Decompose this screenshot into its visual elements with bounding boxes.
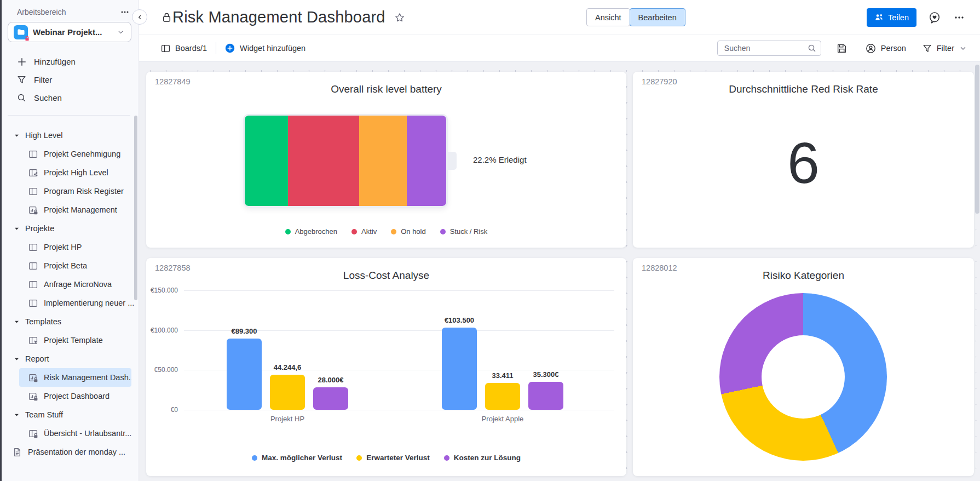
dashboard-toolbar: Boards/1 Widget hinzufügen (139, 35, 980, 62)
search-icon (808, 44, 816, 53)
sidebar-item-implementierung-neuer[interactable]: Implementierung neuer ... (0, 294, 139, 312)
main-scrollbar-thumb[interactable] (975, 65, 979, 214)
tree-label: Report (25, 354, 49, 363)
widget-title: Durchschnittliche Red Risk Rate (633, 83, 974, 95)
boards-count-label: Boards/1 (175, 44, 207, 53)
search-input[interactable] (723, 43, 808, 53)
favorite-star-icon[interactable] (394, 12, 405, 23)
widget-battery-card[interactable]: 12827849 Overall risk level battery 22.2… (146, 72, 626, 248)
sidebar-action-hinzufügen[interactable]: Hinzufügen (0, 53, 139, 71)
tree-label: High Level (25, 131, 63, 140)
save-icon[interactable] (837, 43, 847, 54)
legend-color-dot (391, 229, 396, 234)
tree-label: Präsentation der monday ... (28, 448, 125, 456)
sidebar-scrollbar-thumb[interactable] (134, 116, 137, 300)
view-button[interactable]: Ansicht (586, 8, 630, 26)
tree-label: Project Dashboard (44, 392, 109, 400)
sidebar-collapse-button[interactable] (132, 9, 147, 25)
workspace-header: Arbeitsbereich (17, 7, 130, 18)
bar-kosten-zur-lösung-projekt-apple (528, 382, 563, 410)
battery-segment-abgebrochen (245, 116, 288, 206)
person-filter-button[interactable]: Person (866, 43, 906, 54)
tree-label: Projekt High Level (44, 168, 108, 177)
y-axis-tick-label: €150.000 (146, 287, 178, 294)
x-axis-category-label: Projekt HP (244, 415, 331, 423)
bar-value-label: €89.300 (214, 327, 274, 335)
sidebar-item-projekt-management[interactable]: Projekt Management (0, 201, 139, 219)
widget-number-card[interactable]: 12827920 Durchschnittliche Red Risk Rate… (633, 72, 974, 248)
workspace-menu-dots-icon[interactable] (119, 7, 130, 18)
legend-item-erwarteter-verlust: Erwarteter Verlust (356, 454, 430, 462)
widget-donut-card[interactable]: 12828012 Risiko Kategorien (633, 258, 974, 476)
workspace-name: Webinar Projekt... (33, 27, 111, 37)
sidebar-item-projekt-beta[interactable]: Projekt Beta (0, 256, 139, 275)
sidebar-item-program-risk-register[interactable]: Program Risk Register (0, 182, 139, 201)
bar-erwarteter-verlust-projekt-hp (270, 375, 305, 410)
sidebar-item-präsentation-der-monday[interactable]: Präsentation der monday ... (0, 443, 139, 461)
sidebar-item-risk-management-dash[interactable]: Risk Management Dash... (19, 368, 131, 387)
legend-color-dot (351, 229, 357, 234)
y-axis-tick-label: €50.000 (146, 366, 178, 374)
widget-title: Risiko Kategorien (633, 270, 974, 282)
edit-button[interactable]: Bearbeiten (630, 8, 685, 26)
sidebar-item-project-dashboard[interactable]: Project Dashboard (0, 387, 139, 405)
tree-label: Projekt Template (44, 336, 103, 345)
legend-color-dot (440, 229, 446, 234)
add-widget-plus-icon (225, 43, 235, 53)
tree-label: Team Stuff (25, 410, 63, 419)
legend-label: Stuck / Risk (450, 227, 488, 236)
sidebar-section-projekte[interactable]: Projekte (0, 219, 139, 238)
sidebar-action-suchen[interactable]: Suchen (0, 89, 139, 107)
y-axis-tick-label: €0 (146, 406, 178, 414)
workspace-folder-icon (14, 25, 28, 39)
board-icon (28, 187, 38, 196)
sidebar-item-übersicht-urlaubsantr[interactable]: Übersicht - Urlaubsantr... (0, 424, 139, 443)
legend-item-stuck-risk: Stuck / Risk (440, 227, 488, 236)
legend-label: On hold (401, 227, 426, 236)
sidebar-item-projekt-hp[interactable]: Projekt HP (0, 238, 139, 256)
feedback-heart-icon[interactable] (927, 10, 942, 25)
doc-icon (13, 448, 22, 457)
add-widget-button[interactable]: Widget hinzufügen (225, 43, 305, 53)
workspace-selector[interactable]: Webinar Projekt... (8, 22, 131, 42)
dashboard-search-box (717, 41, 821, 56)
filter-button[interactable]: Filter (923, 44, 967, 53)
sidebar-item-projekt-high-level[interactable]: Projekt High Level (0, 163, 139, 182)
tree-label: Anfrage MicroNova (44, 280, 112, 289)
sidebar-item-projekt-genehmigung[interactable]: Projekt Genehmigung (0, 145, 139, 163)
bar-value-label: €103.500 (429, 316, 489, 324)
header-menu-dots-icon[interactable] (953, 11, 966, 24)
bar-value-label: 35.300€ (516, 370, 576, 379)
bar-erwarteter-verlust-projekt-apple (485, 383, 520, 410)
legend-label: Kosten zur Lösung (454, 454, 521, 462)
battery-nub (448, 152, 457, 170)
sidebar-section-templates[interactable]: Templates (0, 312, 139, 331)
bar-chart-legend: Max. möglicher VerlustErwarteter Verlust… (146, 454, 626, 462)
y-axis-tick-label: €100.000 (146, 327, 178, 334)
sidebar-section-report[interactable]: Report (0, 350, 139, 368)
workspace-label: Arbeitsbereich (17, 8, 66, 16)
board-icon (28, 150, 38, 159)
share-button[interactable]: Teilen (867, 8, 916, 27)
view-mode-toggle: Ansicht Bearbeiten (586, 8, 685, 26)
window-left-border (0, 0, 2, 481)
sidebar: Arbeitsbereich Webinar Projekt... Hinzuf… (0, 0, 139, 481)
caret-down-icon (14, 356, 20, 362)
sidebar-action-filter[interactable]: Filter (0, 71, 139, 89)
boards-selector[interactable]: Boards/1 (161, 44, 207, 53)
legend-color-dot (285, 229, 291, 234)
dashboard-canvas: 12827849 Overall risk level battery 22.2… (139, 62, 980, 481)
widget-barchart-card[interactable]: 12827858 Loss-Cost Analyse €150.000€100.… (146, 258, 626, 476)
legend-item-aktiv: Aktiv (351, 227, 377, 236)
sidebar-item-projekt-template[interactable]: Projekt Template (0, 331, 139, 350)
sidebar-section-team-stuff[interactable]: Team Stuff (0, 405, 139, 424)
dashboard-lock-icon (28, 373, 38, 382)
sidebar-section-high-level[interactable]: High Level (0, 126, 139, 145)
legend-color-dot (444, 455, 449, 461)
donut-chart (719, 293, 887, 461)
tree-label: Projekte (25, 224, 54, 233)
sidebar-item-anfrage-micronova[interactable]: Anfrage MicroNova (0, 275, 139, 294)
y-gridline (184, 290, 614, 291)
tree-label: Projekt Genehmigung (44, 150, 120, 158)
workspace-lock-icon (24, 36, 30, 42)
